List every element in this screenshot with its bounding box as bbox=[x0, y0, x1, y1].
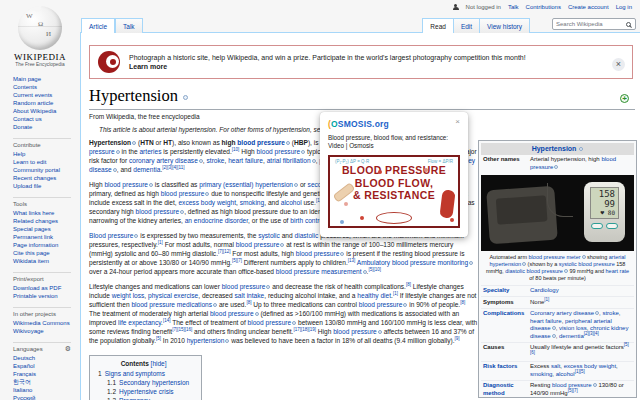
sidebar-item-contents[interactable]: Contents bbox=[13, 83, 80, 91]
sidebar-item-wikimedia-commons[interactable]: Wikimedia Commons bbox=[13, 319, 80, 327]
tab-edit[interactable]: Edit bbox=[454, 18, 480, 33]
infobox-row-risk-factors: Risk factors Excess salt, excess body we… bbox=[481, 361, 634, 380]
green-plus-icon[interactable]: + bbox=[620, 94, 629, 103]
sidebar-item-wikidata-item[interactable]: Wikidata item bbox=[13, 257, 80, 265]
infobox-row-other-names: Other names Arterial hypertension, high … bbox=[481, 155, 634, 173]
sidebar-lang-francais[interactable]: Français bbox=[13, 370, 80, 378]
osmosis-logo[interactable]: (OSMOSIS.org bbox=[328, 119, 460, 129]
sidebar-item-recent-changes[interactable]: Recent changes bbox=[13, 174, 80, 182]
infobox-value: Cardiology bbox=[530, 287, 632, 295]
nav-contributions[interactable]: Contributions bbox=[526, 4, 561, 10]
tab-talk[interactable]: Talk bbox=[115, 18, 143, 33]
osmosis-term-icon[interactable] bbox=[579, 147, 583, 151]
infobox-label[interactable]: Risk factors bbox=[483, 363, 530, 378]
banner-learn-more-link[interactable]: Learn more bbox=[129, 62, 526, 72]
paragraph-4: Lifestyle changes and medications can lo… bbox=[89, 282, 478, 345]
osmosis-term-icon[interactable] bbox=[183, 95, 188, 100]
toc-item-secondary-hypertension[interactable]: 1.1Secondary hypertension bbox=[107, 378, 189, 387]
video-thumbnail[interactable]: (P₁-P₂) ΔP = Q·RFlow = ΔP/R BLOOD PRESSU… bbox=[328, 155, 460, 228]
blood-cells-illustration bbox=[360, 216, 364, 220]
sidebar-lang-deutsch[interactable]: Deutsch bbox=[13, 354, 80, 362]
sidebar-item-community-portal[interactable]: Community portal bbox=[13, 166, 80, 174]
infobox-row-symptoms: Symptoms None[1] bbox=[481, 296, 634, 308]
popup-close-icon[interactable]: × bbox=[455, 117, 460, 126]
toc-hide-toggle[interactable]: [hide] bbox=[151, 360, 167, 367]
sidebar-item-contact-us[interactable]: Contact us bbox=[13, 115, 80, 123]
vessel-lens-illustration bbox=[376, 212, 412, 224]
infobox-title: Hypertension bbox=[481, 143, 634, 155]
campaign-banner[interactable]: Photograph a historic site, help Wikiped… bbox=[89, 45, 633, 79]
infobox-value: Usually lifestyle and genetic factors[5]… bbox=[530, 344, 632, 359]
wikipedia-wordmark[interactable]: WIKIPEDIA bbox=[0, 52, 80, 62]
sidebar-item-learn-to-edit[interactable]: Learn to edit bbox=[13, 158, 80, 166]
sidebar-item-related-changes[interactable]: Related changes bbox=[13, 217, 80, 225]
sidebar-item-what-links-here[interactable]: What links here bbox=[13, 209, 80, 217]
sidebar-item-about-wikipedia[interactable]: About Wikipedia bbox=[13, 107, 80, 115]
infobox-value: None[1] bbox=[530, 299, 632, 307]
nav-log-in[interactable]: Log in bbox=[616, 4, 632, 10]
blood-pressure-monitor-photo[interactable]: 158 99 ♥ 80 bbox=[481, 175, 634, 251]
infobox-row-diagnostic-method: Diagnostic method Resting blood pressure… bbox=[481, 380, 634, 399]
heart-icon: ♥ bbox=[601, 209, 605, 216]
popup-video-title[interactable]: Blood pressure, blood flow, and resistan… bbox=[328, 134, 460, 150]
account-status: Not logged in bbox=[466, 4, 501, 10]
sidebar-item-cite-this-page[interactable]: Cite this page bbox=[13, 249, 80, 257]
sidebar-lang-russian[interactable]: Русский bbox=[13, 394, 80, 400]
blood-vessel-illustration bbox=[439, 189, 455, 218]
osmosis-term-icon[interactable] bbox=[469, 261, 473, 265]
sidebar-item-help[interactable]: Help bbox=[13, 150, 80, 158]
close-icon: × bbox=[616, 59, 621, 69]
infobox-row-complications: Complications Coronary artery disease, s… bbox=[481, 308, 634, 342]
monitor-lcd: 158 99 ♥ 80 bbox=[590, 187, 619, 219]
globe-glyph: Ω bbox=[38, 20, 43, 28]
sidebar-lang-italiano[interactable]: Italiano bbox=[13, 386, 80, 394]
sidebar-lang-espanol[interactable]: Español bbox=[13, 362, 80, 370]
infobox-value: Excess salt, excess body weight, smoking… bbox=[530, 363, 632, 378]
user-icon bbox=[453, 4, 459, 10]
sidebar-item-permanent-link[interactable]: Permanent link bbox=[13, 233, 80, 241]
nav-talk[interactable]: Talk bbox=[508, 4, 519, 10]
infobox-label: Other names bbox=[483, 156, 530, 171]
sidebar-item-random-article[interactable]: Random article bbox=[13, 99, 80, 107]
sidebar-item-wikivoyage[interactable]: Wikivoyage bbox=[13, 327, 80, 335]
sidebar-item-upload-file[interactable]: Upload file bbox=[13, 182, 80, 190]
infobox-row-specialty: Specialty Cardiology bbox=[481, 285, 634, 297]
banner-message: Photograph a historic site, help Wikiped… bbox=[129, 53, 526, 63]
osmosis-term-icon[interactable] bbox=[554, 165, 558, 169]
wiki-loves-monuments-logo-icon bbox=[98, 51, 120, 73]
infobox: Hypertension Other names Arterial hypert… bbox=[478, 140, 637, 398]
infobox-label[interactable]: Complications bbox=[483, 310, 530, 340]
infobox-value: Coronary artery disease, stroke, heart f… bbox=[530, 310, 632, 340]
table-of-contents: Contents [hide] 1Signs and symptoms 1.1S… bbox=[89, 355, 202, 400]
cuff-tube bbox=[547, 183, 573, 217]
sidebar-item-download-pdf[interactable]: Download as PDF bbox=[13, 284, 80, 292]
tab-read[interactable]: Read bbox=[422, 18, 454, 33]
nav-create-account[interactable]: Create account bbox=[568, 4, 609, 10]
wikipedia-globe-logo[interactable]: W Ω И bbox=[18, 6, 62, 50]
digital-monitor: 158 99 ♥ 80 bbox=[584, 182, 625, 242]
sidebar-item-printable-version[interactable]: Printable version bbox=[13, 292, 80, 300]
infobox-label[interactable]: Specialty bbox=[483, 287, 530, 295]
tab-view-history[interactable]: View history bbox=[480, 18, 530, 33]
toc-item-pregnancy[interactable]: 1.3Pregnancy bbox=[107, 396, 189, 400]
banner-close-button[interactable]: × bbox=[612, 58, 625, 71]
toc-item-hypertensive-crisis[interactable]: 1.2Hypertensive crisis bbox=[107, 387, 189, 396]
search-input[interactable] bbox=[556, 21, 626, 27]
languages-title: Languages bbox=[13, 346, 43, 352]
gear-icon[interactable]: ⚙ bbox=[65, 346, 71, 352]
sidebar-item-donate[interactable]: Donate bbox=[13, 123, 80, 131]
search-icon[interactable] bbox=[626, 22, 631, 27]
infobox-label[interactable]: Diagnostic method bbox=[483, 382, 530, 397]
sidebar-item-current-events[interactable]: Current events bbox=[13, 91, 80, 99]
pulse-reading: ♥ 80 bbox=[594, 209, 615, 217]
sidebar-lang-korean[interactable]: 한국어 bbox=[13, 378, 80, 386]
tab-article[interactable]: Article bbox=[81, 18, 115, 33]
search-box[interactable] bbox=[552, 18, 636, 30]
sidebar-item-main-page[interactable]: Main page bbox=[13, 75, 80, 83]
sidebar-item-page-information[interactable]: Page information bbox=[13, 241, 80, 249]
view-tabs-and-search: Read Edit View history bbox=[422, 18, 636, 33]
infobox-image-caption: Automated arm blood pressure meter showi… bbox=[481, 253, 634, 285]
sidebar-item-special-pages[interactable]: Special pages bbox=[13, 225, 80, 233]
toc-item-signs[interactable]: 1Signs and symptoms bbox=[98, 369, 189, 378]
sidebar-main-list: Main page Contents Current events Random… bbox=[0, 75, 80, 131]
